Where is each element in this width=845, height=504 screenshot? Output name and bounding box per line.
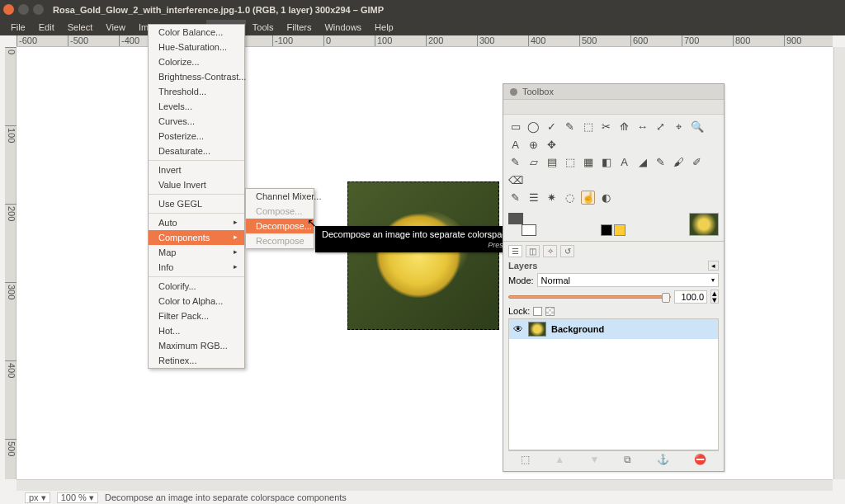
scrollbar-vertical[interactable]: [833, 47, 845, 479]
tool-icon[interactable]: ✎: [508, 191, 522, 205]
opacity-slider[interactable]: [508, 295, 671, 299]
opacity-spinner[interactable]: ▴▾: [710, 290, 719, 304]
tool-icon[interactable]: ✎: [654, 155, 668, 169]
tool-icon[interactable]: 🖌: [672, 155, 686, 169]
tool-icon[interactable]: ◧: [599, 155, 613, 169]
layers-menu-icon[interactable]: ◂: [708, 261, 719, 271]
menu-item-color-to-alpha-[interactable]: Color to Alpha...: [149, 294, 244, 309]
tool-icon[interactable]: ✓: [545, 120, 559, 134]
menu-filters[interactable]: Filters: [281, 20, 319, 35]
tool-icon[interactable]: ✎: [508, 155, 522, 169]
menu-item-threshold-[interactable]: Threshold...: [149, 84, 244, 99]
tool-icon[interactable]: A: [617, 155, 631, 169]
fg-color-swatch[interactable]: [508, 213, 523, 224]
tool-icon[interactable]: 🔍: [690, 120, 704, 134]
menu-help[interactable]: Help: [368, 20, 400, 35]
menu-item-desaturate-[interactable]: Desaturate...: [149, 144, 244, 158]
menu-item-posterize-[interactable]: Posterize...: [149, 129, 244, 144]
opacity-value[interactable]: 100.0: [674, 290, 707, 304]
raise-layer-icon[interactable]: ▲: [555, 454, 564, 465]
anchor-layer-icon[interactable]: ⚓: [657, 454, 669, 465]
new-layer-icon[interactable]: ⬚: [521, 454, 530, 465]
menu-item-components[interactable]: Components: [149, 230, 244, 245]
brush-indicators[interactable]: [601, 224, 625, 236]
window-minimize-button[interactable]: [18, 4, 29, 15]
toolbox-titlebar[interactable]: Toolbox: [503, 84, 724, 100]
panel-close-icon[interactable]: [510, 88, 517, 96]
mode-select[interactable]: Normal ▾: [537, 273, 719, 287]
tool-icon[interactable]: ☝: [581, 191, 595, 205]
brush-swatch-1[interactable]: [601, 224, 612, 236]
tool-icon[interactable]: A: [508, 138, 522, 152]
lock-pixels-checkbox[interactable]: [533, 307, 542, 316]
menu-item-retinex-[interactable]: Retinex...: [149, 353, 244, 368]
lock-alpha-checkbox[interactable]: [545, 307, 555, 316]
tool-icon[interactable]: ◐: [599, 191, 613, 205]
tool-icon[interactable]: ⟰: [617, 120, 631, 134]
zoom-select[interactable]: 100 % ▾: [57, 492, 98, 503]
menu-tools[interactable]: Tools: [246, 20, 281, 35]
components-submenu[interactable]: Channel Mixer...Compose...Decompose...Re…: [245, 188, 314, 249]
tool-icon[interactable]: ✷: [545, 191, 559, 205]
menu-item-value-invert[interactable]: Value Invert: [149, 177, 244, 192]
tool-icon[interactable]: ⬚: [581, 120, 595, 134]
tool-icon[interactable]: ☰: [526, 191, 541, 205]
menu-select[interactable]: Select: [61, 20, 100, 35]
menu-item-invert[interactable]: Invert: [149, 163, 244, 177]
colors-menu-dropdown[interactable]: Color Balance...Hue-Saturation...Coloriz…: [148, 24, 245, 369]
active-image-thumb[interactable]: [689, 213, 719, 236]
menu-item-map[interactable]: Map: [149, 245, 244, 260]
tab-layers-icon[interactable]: ☰: [508, 245, 522, 257]
brush-swatch-2[interactable]: [614, 224, 625, 236]
menu-item-maximum-rgb-[interactable]: Maximum RGB...: [149, 338, 244, 353]
tool-icon[interactable]: ✥: [545, 138, 559, 152]
tool-icon[interactable]: ↔: [635, 120, 649, 134]
layer-list[interactable]: 👁 Background: [508, 318, 719, 450]
tool-icon[interactable]: ▱: [526, 155, 541, 169]
menu-item-color-balance-[interactable]: Color Balance...: [149, 25, 244, 40]
scrollbar-horizontal[interactable]: [17, 479, 833, 491]
menu-item-levels-[interactable]: Levels...: [149, 99, 244, 114]
tool-icon[interactable]: ⊕: [526, 138, 541, 152]
visibility-eye-icon[interactable]: 👁: [513, 323, 523, 335]
bg-color-swatch[interactable]: [522, 224, 536, 236]
tool-icon[interactable]: ◯: [526, 120, 541, 134]
menu-item-curves-[interactable]: Curves...: [149, 114, 244, 129]
menu-item-colorify-[interactable]: Colorify...: [149, 279, 244, 294]
image-canvas[interactable]: [347, 181, 499, 330]
window-close-button[interactable]: [3, 4, 14, 15]
tool-icon[interactable]: ▦: [581, 155, 595, 169]
menu-file[interactable]: File: [4, 20, 32, 35]
menu-item-brightness-contrast-[interactable]: Brightness-Contrast...: [149, 69, 244, 84]
dock-tabs[interactable]: ☰ ◫ ✧ ↺: [508, 245, 719, 257]
menu-item-colorize-[interactable]: Colorize...: [149, 54, 244, 69]
menu-item-info[interactable]: Info: [149, 260, 244, 275]
tool-icon[interactable]: ◢: [635, 155, 649, 169]
tool-icon[interactable]: ✎: [563, 120, 577, 134]
tool-icon[interactable]: ⬚: [563, 155, 577, 169]
tool-icon[interactable]: ✂: [599, 120, 613, 134]
fg-bg-color-widget[interactable]: [508, 213, 536, 236]
menubar[interactable]: FileEditSelectViewImageLayerColorsToolsF…: [0, 19, 845, 35]
menu-view[interactable]: View: [99, 20, 132, 35]
menu-item-hot-[interactable]: Hot...: [149, 323, 244, 338]
tool-icon[interactable]: ▤: [545, 155, 559, 169]
menu-edit[interactable]: Edit: [32, 20, 61, 35]
submenu-item-decompose-[interactable]: Decompose...: [246, 219, 314, 233]
tool-icon[interactable]: ⤢: [654, 120, 668, 134]
window-maximize-button[interactable]: [33, 4, 44, 15]
delete-layer-icon[interactable]: ⛔: [694, 454, 706, 465]
layer-row[interactable]: 👁 Background: [509, 319, 718, 339]
tab-undo-icon[interactable]: ↺: [560, 245, 574, 257]
tool-icon[interactable]: ✐: [690, 155, 704, 169]
menu-item-filter-pack-[interactable]: Filter Pack...: [149, 309, 244, 323]
tab-paths-icon[interactable]: ✧: [543, 245, 557, 257]
duplicate-layer-icon[interactable]: ⧉: [624, 454, 631, 465]
lower-layer-icon[interactable]: ▼: [589, 454, 599, 465]
tool-icon[interactable]: ⌖: [672, 120, 686, 134]
tool-icon[interactable]: ⌫: [508, 173, 522, 187]
menu-item-auto[interactable]: Auto: [149, 215, 244, 230]
submenu-item-channel-mixer-[interactable]: Channel Mixer...: [246, 189, 314, 204]
tool-icon[interactable]: ◌: [563, 191, 577, 205]
tab-channels-icon[interactable]: ◫: [526, 245, 540, 257]
